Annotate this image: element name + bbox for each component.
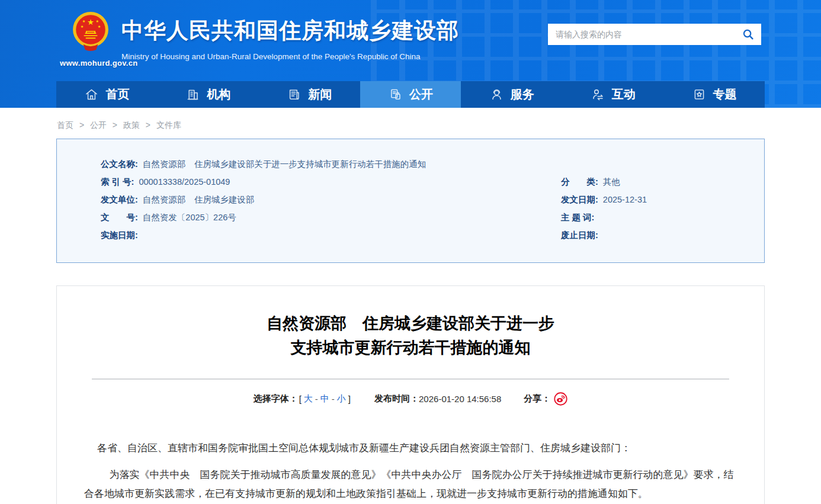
disclosure-icon [388, 87, 403, 102]
breadcrumb-separator: > [79, 120, 84, 130]
doc-keywords-value [594, 208, 599, 226]
weibo-icon[interactable] [554, 392, 567, 406]
breadcrumb: 首页 > 公开 > 政策 > 文件库 [57, 120, 765, 131]
search-box [548, 24, 761, 45]
nav-label: 公开 [409, 86, 433, 102]
doc-number-label: 文 号: [101, 208, 138, 226]
doc-info-row: 实施日期: 废止日期: [57, 226, 764, 244]
doc-name-value: 自然资源部 住房城乡建设部关于进一步支持城市更新行动若干措施的通知 [138, 155, 426, 173]
service-icon [489, 87, 504, 102]
nav-label: 新闻 [308, 86, 332, 102]
svg-text:★: ★ [98, 24, 101, 28]
doc-issuer-label: 发文单位: [101, 191, 138, 208]
breadcrumb-policy[interactable]: 政策 [123, 120, 140, 130]
document-info-box: 公文名称: 自然资源部 住房城乡建设部关于进一步支持城市更新行动若干措施的通知 … [56, 139, 765, 263]
bracket-close: ] [348, 394, 351, 404]
font-size-large-link[interactable]: 大 [304, 393, 313, 405]
article-paragraph: 为落实《中共中央 国务院关于推动城市高质量发展的意见》《中共中央办公厅 国务院办… [84, 466, 737, 503]
doc-index-label: 索 引 号: [101, 173, 134, 191]
doc-keywords-label: 主 题 词: [561, 208, 594, 226]
nav-item-news[interactable]: 新闻 [259, 81, 360, 108]
breadcrumb-separator: > [146, 120, 150, 130]
article-paragraph-salutation: 各省、自治区、直辖市和国务院审批国土空间总体规划城市及新疆生产建设兵团自然资源主… [84, 439, 737, 458]
nav-label: 服务 [511, 86, 534, 102]
nav-item-interaction[interactable]: 互动 [562, 81, 663, 108]
doc-index-value: 000013338/2025-01049 [134, 173, 230, 191]
breadcrumb-document-library[interactable]: 文件库 [156, 120, 181, 130]
font-size-dash: - [332, 394, 335, 404]
doc-category-value: 其他 [598, 173, 620, 191]
breadcrumb-separator: > [113, 120, 117, 130]
doc-effective-date-value [138, 226, 143, 244]
nav-label: 机构 [207, 86, 230, 102]
news-icon [287, 87, 302, 102]
breadcrumb-home[interactable]: 首页 [57, 120, 73, 130]
article-title: 自然资源部 住房城乡建设部关于进一步 支持城市更新行动若干措施的通知 [83, 312, 738, 360]
svg-text:★: ★ [96, 19, 100, 23]
svg-text:★: ★ [87, 18, 94, 27]
font-size-dash: - [315, 394, 318, 404]
doc-repeal-date-label: 废止日期: [561, 226, 598, 244]
article-meta-bar: 选择字体： [ 大 - 中 - 小 ] 发布时间： 2026-01-20 14:… [83, 392, 738, 406]
nav-label: 首页 [105, 86, 129, 102]
publish-time-group: 发布时间： 2026-01-20 14:56:58 [374, 393, 501, 405]
search-button[interactable] [735, 24, 761, 45]
search-icon [742, 28, 755, 41]
doc-issue-date-value: 2025-12-31 [598, 191, 647, 208]
national-emblem-logo: ★ ★ ★ ★ ★ [72, 11, 110, 52]
nav-item-home[interactable]: 首页 [56, 81, 158, 108]
bracket-open: [ [299, 394, 302, 404]
doc-issuer-value: 自然资源部 住房城乡建设部 [138, 191, 255, 208]
title-divider [92, 378, 729, 380]
article-title-line2: 支持城市更新行动若干措施的通知 [83, 336, 738, 360]
site-title: 中华人民共和国住房和城乡建设部 [121, 16, 459, 46]
article-body: 各省、自治区、直辖市和国务院审批国土空间总体规划城市及新疆生产建设兵团自然资源主… [83, 439, 738, 503]
font-size-selector: 选择字体： [ 大 - 中 - 小 ] [254, 393, 352, 405]
share-label: 分享： [524, 393, 550, 405]
doc-effective-date-label: 实施日期: [101, 226, 138, 244]
nav-label: 互动 [612, 86, 636, 102]
share-group: 分享： [524, 392, 567, 406]
doc-category-label: 分 类: [561, 173, 598, 191]
article-title-line1: 自然资源部 住房城乡建设部关于进一步 [83, 312, 738, 336]
svg-text:★: ★ [82, 19, 86, 23]
doc-name-label: 公文名称: [101, 155, 138, 173]
nav-item-topics[interactable]: 专题 [663, 81, 765, 108]
interaction-icon [591, 87, 605, 102]
publish-time-label: 发布时间： [374, 393, 419, 405]
publish-time-value: 2026-01-20 14:56:58 [419, 394, 501, 404]
breadcrumb-disclosure[interactable]: 公开 [90, 120, 107, 130]
header-banner: ★ ★ ★ ★ ★ www.mohurd.gov.cn 中华人民共和国住房和城乡… [0, 0, 821, 108]
search-input[interactable] [548, 24, 735, 45]
font-size-small-link[interactable]: 小 [337, 393, 346, 405]
doc-number-value: 自然资发〔2025〕226号 [138, 208, 236, 226]
doc-repeal-date-value [598, 226, 603, 244]
doc-issue-date-label: 发文日期: [561, 191, 598, 208]
site-subtitle-en: Ministry of Housing and Urban-Rural Deve… [121, 52, 459, 61]
svg-text:★: ★ [81, 24, 84, 28]
home-icon [84, 87, 99, 102]
main-nav: 首页 机构 新闻 [56, 81, 765, 108]
doc-info-row: 索 引 号: 000013338/2025-01049 分 类: 其他 [57, 173, 764, 191]
article-box: 自然资源部 住房城乡建设部关于进一步 支持城市更新行动若干措施的通知 选择字体：… [56, 285, 765, 504]
topics-icon [692, 87, 707, 102]
organization-icon [185, 87, 200, 102]
nav-item-service[interactable]: 服务 [461, 81, 562, 108]
nav-item-disclosure[interactable]: 公开 [360, 81, 461, 108]
doc-info-row: 文 号: 自然资发〔2025〕226号 主 题 词: [57, 208, 764, 226]
font-size-medium-link[interactable]: 中 [320, 393, 329, 405]
nav-label: 专题 [713, 86, 737, 102]
doc-info-row: 发文单位: 自然资源部 住房城乡建设部 发文日期: 2025-12-31 [57, 191, 764, 208]
doc-info-row-name: 公文名称: 自然资源部 住房城乡建设部关于进一步支持城市更新行动若干措施的通知 [57, 155, 764, 173]
nav-item-organization[interactable]: 机构 [158, 81, 259, 108]
font-select-label: 选择字体： [254, 393, 298, 405]
